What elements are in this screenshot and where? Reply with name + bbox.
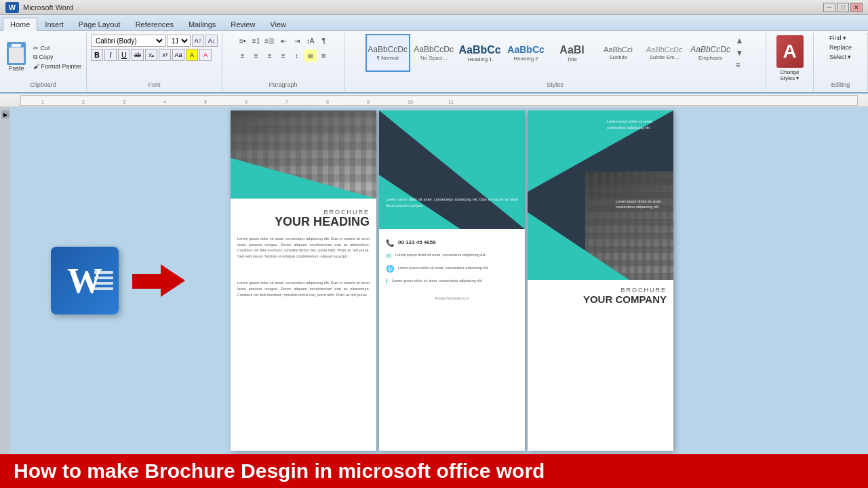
- page3-company-name: YOUR COMPANY: [534, 293, 667, 305]
- highlight-button[interactable]: A: [186, 49, 198, 61]
- email-text: Lorem ipsum dolor sit amet, consectetur …: [395, 252, 486, 258]
- social-icon: f: [386, 278, 388, 285]
- page3-bottom: BROCHURE YOUR COMPANY: [528, 280, 673, 308]
- find-button[interactable]: Find ▾: [827, 34, 848, 42]
- font-label: Font: [149, 80, 161, 89]
- email-icon: ✉: [386, 252, 391, 260]
- align-right-button[interactable]: ≡: [264, 49, 276, 62]
- ruler-svg: 12 34 56 78 910 11: [21, 96, 857, 106]
- sidebar-left: ▶: [0, 107, 10, 454]
- clear-format-button[interactable]: Aa: [172, 49, 184, 61]
- strikethrough-button[interactable]: ab: [132, 49, 144, 61]
- web-text: Lorem ipsum dolor sit amet, consectetur …: [398, 265, 489, 270]
- justify-button[interactable]: ≡: [277, 49, 290, 62]
- numbering-button[interactable]: ≡1: [250, 35, 262, 47]
- italic-button[interactable]: I: [104, 49, 117, 61]
- style-subtle-emphasis[interactable]: AaBbCcDc Subtle Em...: [642, 34, 687, 72]
- brochure-page3: Lorem ipsum dolor sit amet, consectetur …: [528, 110, 673, 451]
- decrease-indent-button[interactable]: ⇤: [277, 35, 290, 47]
- postermywall-label: PosterMyWall.com: [379, 294, 525, 302]
- style-no-spacing[interactable]: AaBbCcDc No Spaci...: [412, 34, 456, 72]
- select-button[interactable]: Select ▾: [827, 53, 854, 61]
- tab-home[interactable]: Home: [3, 18, 37, 31]
- svg-text:4: 4: [163, 100, 166, 104]
- line-spacing-button[interactable]: ↕: [291, 49, 303, 62]
- svg-text:5: 5: [204, 100, 207, 104]
- align-left-button[interactable]: ≡: [237, 49, 249, 62]
- svg-text:6: 6: [245, 100, 248, 104]
- shading-button[interactable]: ▤: [304, 49, 317, 62]
- word-icon: W: [5, 2, 19, 13]
- change-styles-group: A ChangeStyles ▾: [766, 33, 814, 91]
- page3-top: Lorem ipsum dolor sit amet, consectetur …: [528, 110, 673, 280]
- editing-group: Find ▾ Replace Select ▾ Editing: [814, 33, 868, 91]
- editing-label: Editing: [831, 80, 850, 89]
- format-painter-button[interactable]: 🖌 Format Painter: [31, 62, 83, 70]
- tab-page-layout[interactable]: Page Layout: [71, 18, 128, 30]
- borders-button[interactable]: ⊞: [318, 49, 330, 62]
- page2-top: Lorem ipsum dolor sit amet, consectetur …: [379, 110, 525, 229]
- paste-button[interactable]: Paste: [3, 41, 30, 73]
- tab-mailings[interactable]: Mailings: [181, 18, 223, 30]
- font-size-select[interactable]: 11: [167, 35, 191, 47]
- tab-review[interactable]: Review: [223, 18, 262, 30]
- main-area: ▶ W: [0, 107, 868, 454]
- style-title[interactable]: AaBI Title: [550, 34, 595, 72]
- style-no-spacing-label: No Spaci...: [420, 55, 447, 61]
- change-styles-label: ChangeStyles ▾: [780, 69, 799, 81]
- styles-scroll-down[interactable]: ▼: [734, 47, 745, 59]
- style-heading2[interactable]: AaBbCc Heading 2: [504, 34, 549, 72]
- bullets-button[interactable]: ≡•: [237, 35, 249, 47]
- underline-button[interactable]: U: [118, 49, 130, 61]
- svg-text:7: 7: [285, 100, 288, 104]
- change-styles-button[interactable]: A ChangeStyles ▾: [771, 34, 809, 83]
- bold-button[interactable]: B: [91, 49, 103, 61]
- phone-icon: 📞: [386, 239, 394, 247]
- style-subtitle[interactable]: AaBbCci Subtitle: [596, 34, 641, 72]
- shrink-font-button[interactable]: A↓: [205, 35, 218, 47]
- copy-button[interactable]: ⧉ Copy: [31, 53, 83, 62]
- word-logo-container: W: [51, 247, 186, 314]
- style-subtle-emphasis-label: Subtle Em...: [650, 54, 679, 60]
- tab-view[interactable]: View: [262, 18, 294, 30]
- font-name-select[interactable]: Calibri (Body): [91, 35, 165, 47]
- tab-insert[interactable]: Insert: [37, 18, 71, 30]
- font-color-button[interactable]: A: [199, 49, 212, 61]
- increase-indent-button[interactable]: ⇥: [291, 35, 303, 47]
- brochure-page2: Lorem ipsum dolor sit amet, consectetur …: [379, 110, 525, 451]
- replace-button[interactable]: Replace: [827, 43, 854, 52]
- tab-references[interactable]: References: [128, 18, 181, 30]
- caption-text: How to make Brochure Desgin in microsoft…: [14, 460, 545, 483]
- styles-more[interactable]: ≡: [734, 59, 745, 71]
- change-styles-icon: A: [776, 35, 804, 68]
- maximize-button[interactable]: □: [837, 3, 849, 12]
- style-emphasis-preview: AaBbCcDc: [690, 45, 730, 54]
- style-normal[interactable]: AaBbCcDc ¶ Normal: [366, 34, 410, 72]
- list-buttons-row: ≡• ≡1 ≡☰ ⇤ ⇥ ↕A ¶: [237, 35, 330, 47]
- clipboard-content: Paste ✂ Cut ⧉ Copy 🖌 Format Painter: [3, 34, 83, 80]
- sort-button[interactable]: ↕A: [304, 35, 317, 47]
- grow-font-button[interactable]: A↑: [192, 35, 204, 47]
- title-bar-left: W Microsoft Word: [5, 2, 73, 13]
- styles-scroll-up[interactable]: ▲: [734, 35, 745, 47]
- subscript-button[interactable]: X₂: [145, 49, 157, 61]
- title-bar: W Microsoft Word ─ □ ✕: [0, 0, 868, 15]
- cut-button[interactable]: ✂ Cut: [31, 44, 83, 52]
- align-center-button[interactable]: ≡: [250, 49, 262, 62]
- show-hide-button[interactable]: ¶: [318, 35, 330, 47]
- style-emphasis[interactable]: AaBbCcDc Emphasis: [688, 34, 733, 72]
- multilevel-button[interactable]: ≡☰: [264, 35, 276, 47]
- svg-text:9: 9: [367, 100, 370, 104]
- clipboard-label: Clipboard: [30, 80, 56, 89]
- paste-icon: [7, 42, 26, 65]
- style-heading1[interactable]: AaBbCc Heading 1: [458, 34, 502, 72]
- svg-text:3: 3: [123, 100, 125, 104]
- svg-text:1: 1: [41, 100, 44, 104]
- close-button[interactable]: ✕: [850, 3, 863, 12]
- web-icon: 🌐: [386, 265, 394, 272]
- ruler: 12 34 56 78 910 11: [0, 94, 868, 107]
- word-logo-line: [94, 282, 113, 285]
- superscript-button[interactable]: X²: [159, 49, 171, 61]
- minimize-button[interactable]: ─: [823, 3, 835, 12]
- sidebar-left-btn[interactable]: ▶: [1, 110, 9, 119]
